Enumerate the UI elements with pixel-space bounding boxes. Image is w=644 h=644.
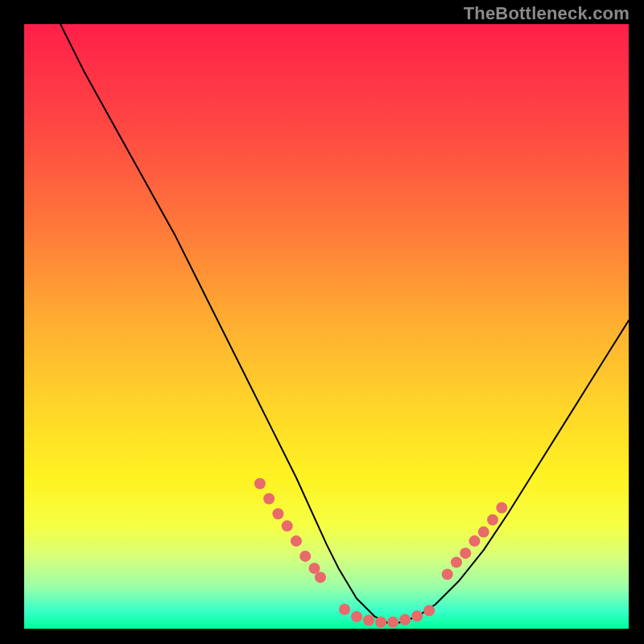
data-point: [478, 526, 489, 538]
data-point: [460, 547, 471, 559]
data-point: [487, 514, 498, 526]
data-point: [411, 610, 423, 621]
data-point: [442, 568, 453, 580]
chart-svg: [24, 24, 629, 629]
data-point: [299, 551, 311, 562]
data-point: [339, 604, 350, 615]
data-point: [291, 535, 302, 547]
data-point: [263, 493, 275, 505]
data-point: [387, 617, 398, 628]
data-point: [451, 556, 462, 568]
data-point: [254, 478, 266, 489]
data-point: [469, 535, 481, 547]
data-point: [282, 520, 293, 531]
data-point: [315, 572, 326, 583]
data-point: [272, 508, 283, 519]
data-point: [496, 502, 507, 514]
curve-line: [60, 24, 629, 622]
chart-container: TheBottleneck.com: [0, 0, 644, 644]
data-point: [399, 614, 411, 625]
data-point: [375, 617, 386, 628]
data-point: [423, 605, 435, 616]
data-point: [363, 614, 374, 625]
data-point: [351, 611, 362, 622]
watermark-text: TheBottleneck.com: [464, 3, 630, 24]
